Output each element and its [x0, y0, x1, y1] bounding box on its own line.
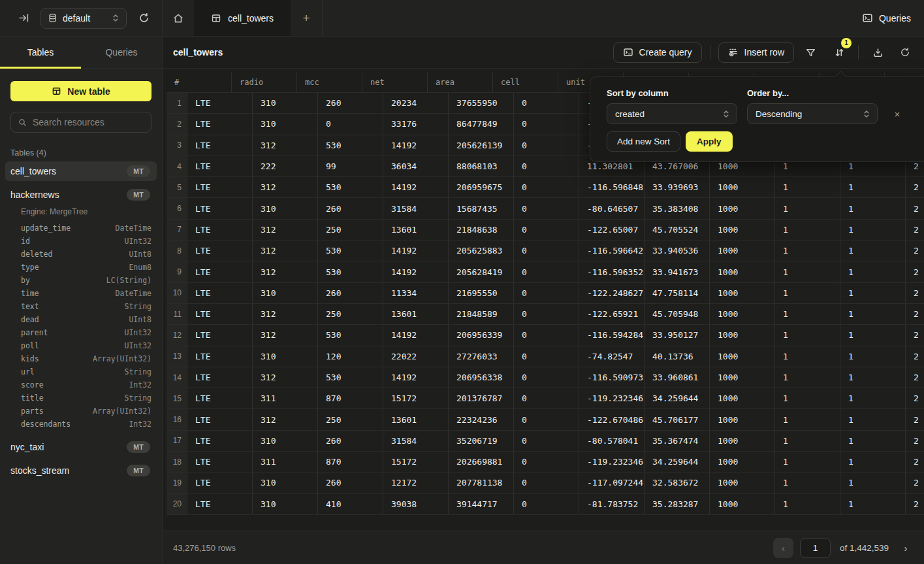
cell-lon[interactable]: -119.232346 [579, 452, 645, 472]
cell-mcc[interactable]: 311 [253, 452, 318, 472]
row-number-cell[interactable]: 1 [167, 93, 187, 113]
cell-created[interactable]: 2 [906, 220, 924, 240]
cell-range[interactable]: 1000 [710, 473, 775, 493]
cell-area[interactable]: 15172 [383, 452, 449, 472]
cell-samples[interactable]: 1 [775, 452, 840, 472]
cell-mcc[interactable]: 310 [253, 346, 318, 367]
queries-button[interactable]: Queries [849, 0, 924, 36]
sort-button[interactable]: 1 [828, 42, 850, 63]
cell-mcc[interactable]: 312 [253, 304, 318, 324]
cell-mcc[interactable]: 222 [253, 156, 318, 176]
cell-cell[interactable]: 207781138 [449, 473, 514, 493]
row-number-cell[interactable]: 7 [167, 220, 187, 240]
cell-cell[interactable]: 206956338 [449, 367, 514, 388]
cell-net[interactable]: 870 [318, 452, 383, 472]
cell-net[interactable]: 410 [318, 494, 383, 514]
cell-area[interactable]: 13601 [383, 304, 449, 324]
cell-created[interactable]: 2 [906, 261, 924, 282]
home-button[interactable] [163, 0, 194, 36]
cell-radio[interactable]: LTE [187, 452, 253, 472]
cell-lat[interactable]: 34.259644 [645, 388, 710, 408]
cell-mcc[interactable]: 310 [253, 283, 318, 303]
cell-unit[interactable]: 0 [514, 177, 579, 197]
cell-cell[interactable]: 202669881 [449, 452, 514, 472]
cell-lon[interactable]: -116.596352 [579, 261, 645, 282]
cell-cell[interactable]: 15687435 [449, 198, 514, 218]
cell-lat[interactable]: 33.960861 [645, 367, 710, 388]
cell-mcc[interactable]: 312 [253, 409, 318, 429]
cell-mcc[interactable]: 310 [253, 198, 318, 218]
cell-created[interactable]: 2 [906, 198, 924, 218]
cell-area[interactable]: 14192 [383, 367, 449, 388]
cell-radio[interactable]: LTE [187, 367, 253, 388]
cell-changeable[interactable]: 1 [840, 325, 906, 345]
cell-unit[interactable]: 0 [514, 198, 579, 218]
cell-lat[interactable]: 33.941673 [645, 261, 710, 282]
cell-radio[interactable]: LTE [187, 261, 253, 282]
order-by-select[interactable]: Descending [747, 103, 878, 124]
cell-radio[interactable]: LTE [187, 283, 253, 303]
cell-lon[interactable]: -116.596642 [579, 241, 645, 261]
cell-lon[interactable]: -122.248627 [579, 283, 645, 303]
cell-mcc[interactable]: 310 [253, 93, 318, 113]
download-button[interactable] [867, 42, 889, 63]
cell-area[interactable]: 36034 [383, 156, 449, 176]
cell-area[interactable]: 22022 [383, 346, 449, 367]
cell-lon[interactable]: -116.596848 [579, 177, 645, 197]
cell-net[interactable]: 250 [318, 304, 383, 324]
grid-header-cell[interactable]: net [362, 73, 428, 92]
cell-area[interactable]: 31584 [383, 431, 449, 451]
cell-range[interactable]: 1000 [710, 346, 775, 367]
cell-changeable[interactable]: 1 [840, 241, 906, 261]
cell-radio[interactable]: LTE [187, 494, 253, 514]
grid-header-cell[interactable]: radio [232, 73, 297, 92]
cell-area[interactable]: 14192 [383, 177, 449, 197]
cell-mcc[interactable]: 312 [253, 261, 318, 282]
cell-samples[interactable]: 1 [775, 198, 840, 218]
cell-cell[interactable]: 86477849 [449, 114, 514, 134]
cell-area[interactable]: 13601 [383, 409, 449, 429]
cell-radio[interactable]: LTE [187, 304, 253, 324]
cell-created[interactable]: 2 [906, 177, 924, 197]
cell-radio[interactable]: LTE [187, 388, 253, 408]
row-number-cell[interactable]: 18 [167, 452, 187, 472]
cell-samples[interactable]: 1 [775, 346, 840, 367]
sidebar-item-cell-towers[interactable]: cell_towers MT [5, 161, 157, 181]
cell-net[interactable]: 530 [318, 177, 383, 197]
insert-row-button[interactable]: Insert row [718, 42, 794, 63]
cell-created[interactable]: 2 [906, 241, 924, 261]
cell-lat[interactable]: 35.367474 [645, 431, 710, 451]
cell-cell[interactable]: 201376787 [449, 388, 514, 408]
cell-mcc[interactable]: 312 [253, 241, 318, 261]
cell-lon[interactable]: -80.578041 [579, 431, 645, 451]
apply-button[interactable]: Apply [686, 131, 733, 152]
cell-created[interactable]: 2 [906, 367, 924, 388]
cell-cell[interactable]: 22324236 [449, 409, 514, 429]
cell-unit[interactable]: 0 [514, 431, 579, 451]
cell-range[interactable]: 1000 [710, 494, 775, 514]
sidebar-tab-tables[interactable]: Tables [0, 37, 81, 68]
cell-changeable[interactable]: 1 [840, 198, 906, 218]
cell-changeable[interactable]: 1 [840, 452, 906, 472]
cell-net[interactable]: 120 [318, 346, 383, 367]
cell-unit[interactable]: 0 [514, 325, 579, 345]
cell-samples[interactable]: 1 [775, 325, 840, 345]
cell-range[interactable]: 1000 [710, 177, 775, 197]
grid-header-cell[interactable]: area [428, 73, 493, 92]
cell-lon[interactable]: -116.594284 [579, 325, 645, 345]
cell-unit[interactable]: 0 [514, 261, 579, 282]
row-number-cell[interactable]: 20 [167, 494, 187, 514]
cell-area[interactable]: 14192 [383, 261, 449, 282]
cell-lon[interactable]: -117.097244 [579, 473, 645, 493]
cell-net[interactable]: 250 [318, 220, 383, 240]
cell-mcc[interactable]: 310 [253, 431, 318, 451]
cell-radio[interactable]: LTE [187, 156, 253, 176]
cell-area[interactable]: 20234 [383, 93, 449, 113]
cell-area[interactable]: 14192 [383, 325, 449, 345]
cell-radio[interactable]: LTE [187, 93, 253, 113]
cell-cell[interactable]: 205626139 [449, 135, 514, 156]
cell-unit[interactable]: 0 [514, 241, 579, 261]
cell-changeable[interactable]: 1 [840, 261, 906, 282]
search-input[interactable] [33, 117, 151, 127]
cell-unit[interactable]: 0 [514, 135, 579, 156]
